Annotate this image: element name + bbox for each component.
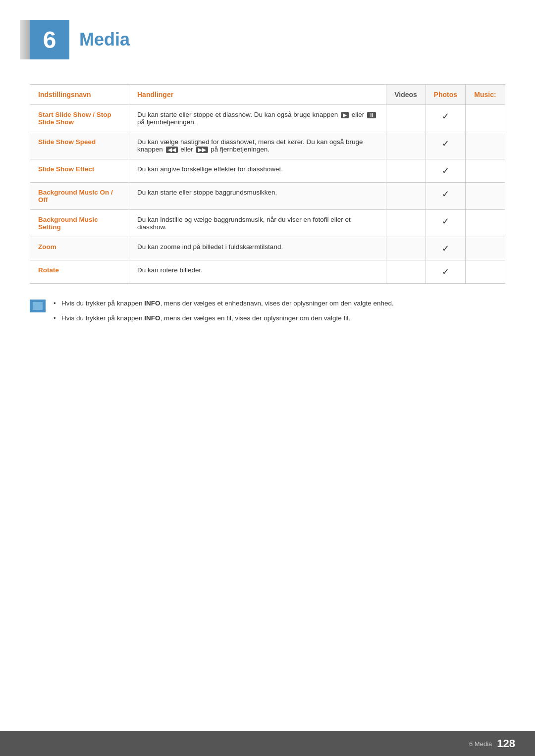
chapter-header: 6 Media [30,20,505,59]
setting-description-cell: Du kan indstille og vælge baggrundsmusik… [129,210,386,237]
videos-check-cell [386,183,426,210]
photos-check-cell: ✓ [426,132,465,159]
photos-check-cell: ✓ [426,105,465,132]
chapter-number: 6 [43,26,56,53]
setting-description-cell: Du kan vælge hastighed for diasshowet, m… [129,132,386,159]
note-icon-inner [33,302,43,310]
header-photos: Photos [426,85,465,105]
table-header-row: Indstillingsnavn Handlinger Videos Photo… [30,85,505,105]
videos-check-cell [386,260,426,284]
table-row: ZoomDu kan zoome ind på billedet i fulds… [30,237,505,260]
setting-description-cell: Du kan angive forskellige effekter for d… [129,159,386,183]
note-item: Hvis du trykker på knappen INFO, mens de… [54,299,394,308]
header-videos: Videos [386,85,426,105]
chapter-number-block: 6 [30,20,69,59]
notes-section: Hvis du trykker på knappen INFO, mens de… [30,299,505,329]
fastforward-icon: ▶▶ [196,147,208,153]
table-row: Background Music On / OffDu kan starte e… [30,183,505,210]
chapter-title: Media [79,29,130,50]
settings-table: Indstillingsnavn Handlinger Videos Photo… [30,84,505,284]
setting-name-cell: Background Music Setting [30,210,129,237]
videos-check-cell [386,105,426,132]
setting-name-cell: Rotate [30,260,129,284]
videos-check-cell [386,132,426,159]
setting-name-cell: Zoom [30,237,129,260]
table-row: Start Slide Show / Stop Slide ShowDu kan… [30,105,505,132]
photos-check-cell: ✓ [426,260,465,284]
header-indstilling: Indstillingsnavn [30,85,129,105]
header-handlinger: Handlinger [129,85,386,105]
photos-check-cell: ✓ [426,183,465,210]
table-row: Slide Show EffectDu kan angive forskelli… [30,159,505,183]
table-row: RotateDu kan rotere billeder.✓ [30,260,505,284]
table-row: Background Music SettingDu kan indstille… [30,210,505,237]
note-icon [30,300,46,312]
videos-check-cell [386,237,426,260]
footer-section-label: 6 Media [469,740,492,748]
pause-icon: ⏸ [367,112,376,118]
music-check-cell [466,183,505,210]
setting-name-cell: Start Slide Show / Stop Slide Show [30,105,129,132]
setting-name-cell: Slide Show Speed [30,132,129,159]
videos-check-cell [386,210,426,237]
music-check-cell [466,159,505,183]
header-music: Music: [466,85,505,105]
rewind-icon: ◀◀ [166,147,178,153]
videos-check-cell [386,159,426,183]
setting-description-cell: Du kan rotere billeder. [129,260,386,284]
music-check-cell [466,105,505,132]
table-row: Slide Show SpeedDu kan vælge hastighed f… [30,132,505,159]
setting-description-cell: Du kan zoome ind på billedet i fuldskærm… [129,237,386,260]
note-item: Hvis du trykker på knappen INFO, mens de… [54,313,394,323]
setting-description-cell: Du kan starte eller stoppe baggrundsmusi… [129,183,386,210]
photos-check-cell: ✓ [426,210,465,237]
notes-list: Hvis du trykker på knappen INFO, mens de… [54,299,394,329]
music-check-cell [466,260,505,284]
photos-check-cell: ✓ [426,237,465,260]
music-check-cell [466,132,505,159]
photos-check-cell: ✓ [426,159,465,183]
play-icon: ▶ [341,112,349,118]
setting-description-cell: Du kan starte eller stoppe et diasshow. … [129,105,386,132]
setting-name-cell: Background Music On / Off [30,183,129,210]
page-footer: 6 Media 128 [0,731,535,756]
music-check-cell [466,210,505,237]
music-check-cell [466,237,505,260]
footer-page-number: 128 [497,737,515,750]
setting-name-cell: Slide Show Effect [30,159,129,183]
